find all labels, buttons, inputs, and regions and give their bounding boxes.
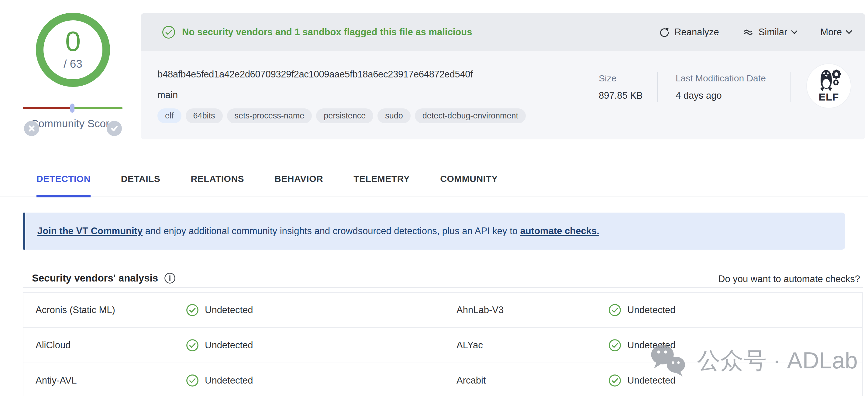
report-tabs: DETECTION DETAILS RELATIONS BEHAVIOR TEL… bbox=[0, 174, 868, 196]
vendors-analysis-header: Security vendors' analysis bbox=[32, 272, 176, 284]
similar-button[interactable]: Similar bbox=[743, 27, 797, 38]
card-header: No security vendors and 1 sandbox flagge… bbox=[141, 13, 865, 51]
tab-relations[interactable]: RELATIONS bbox=[191, 174, 244, 197]
undetected-check-icon bbox=[186, 304, 199, 317]
tag-sets-process-name[interactable]: sets-process-name bbox=[227, 108, 312, 123]
linux-penguin-gear-icon bbox=[815, 69, 843, 92]
file-name[interactable]: main bbox=[157, 90, 178, 101]
community-score-slider bbox=[23, 107, 122, 109]
join-vt-community-link[interactable]: Join the VT Community bbox=[37, 226, 143, 236]
reanalyze-icon bbox=[659, 27, 670, 37]
similar-icon bbox=[743, 27, 754, 38]
section-title-text: Security vendors' analysis bbox=[32, 272, 158, 284]
tag-64bits[interactable]: 64bits bbox=[186, 108, 223, 123]
undetected-check-icon bbox=[186, 374, 199, 387]
vendor-name: AliCloud bbox=[36, 340, 186, 351]
vendor-result: Undetected bbox=[609, 374, 862, 387]
vendor-name: Antiy-AVL bbox=[36, 375, 186, 386]
more-button[interactable]: More bbox=[820, 27, 851, 38]
filetype-badge: ELF bbox=[806, 63, 851, 108]
chevron-down-icon bbox=[791, 28, 798, 34]
tab-telemetry[interactable]: TELEMETRY bbox=[353, 174, 410, 197]
vendor-name: Acronis (Static ML) bbox=[36, 305, 186, 316]
tab-behavior[interactable]: BEHAVIOR bbox=[274, 174, 323, 197]
slider-handle[interactable] bbox=[70, 104, 74, 113]
detections-count: 0 bbox=[65, 27, 81, 55]
vendor-result: Undetected bbox=[609, 339, 862, 352]
vendor-name: AhnLab-V3 bbox=[457, 305, 609, 316]
vendor-result: Undetected bbox=[186, 304, 457, 317]
table-row: AliCloud Undetected ALYac Undetected bbox=[23, 328, 862, 363]
table-row: Acronis (Static ML) Undetected AhnLab-V3… bbox=[23, 293, 862, 328]
reanalyze-button[interactable]: Reanalyze bbox=[659, 27, 719, 38]
tab-details[interactable]: DETAILS bbox=[121, 174, 160, 197]
divider bbox=[790, 72, 790, 102]
file-summary-card: No security vendors and 1 sandbox flagge… bbox=[141, 13, 865, 139]
tab-community[interactable]: COMMUNITY bbox=[440, 174, 498, 197]
tag-persistence[interactable]: persistence bbox=[316, 108, 373, 123]
file-hash[interactable]: b48afb4e5fed1a42e2d60709329f2ac1009aae5f… bbox=[157, 69, 473, 80]
undetected-check-icon bbox=[186, 339, 199, 352]
automate-checks-question: Do you want to automate checks? bbox=[718, 274, 860, 285]
slider-positive-track bbox=[72, 107, 122, 109]
file-info-section: b48afb4e5fed1a42e2d60709329f2ac1009aae5f… bbox=[141, 51, 865, 139]
header-actions: Reanalyze Similar More bbox=[659, 27, 851, 38]
x-icon bbox=[28, 125, 35, 132]
tab-detection[interactable]: DETECTION bbox=[36, 174, 91, 197]
join-community-banner: Join the VT Community and enjoy addition… bbox=[23, 212, 845, 250]
file-size: Size 897.85 KB bbox=[599, 73, 643, 101]
filetype-label: ELF bbox=[818, 91, 839, 103]
file-tags: elf 64bits sets-process-name persistence… bbox=[157, 108, 526, 123]
detection-score-ring: 0 / 63 bbox=[36, 13, 110, 87]
last-modification-date: Last Modification Date 4 days ago bbox=[676, 73, 766, 101]
vendor-result: Undetected bbox=[186, 339, 457, 352]
divider bbox=[23, 287, 863, 288]
verdict-message: No security vendors and 1 sandbox flagge… bbox=[182, 27, 472, 38]
banner-text: and enjoy additional community insights … bbox=[143, 226, 520, 236]
vendor-result: Undetected bbox=[186, 374, 457, 387]
security-vendors-table: Acronis (Static ML) Undetected AhnLab-V3… bbox=[23, 292, 863, 396]
engines-total: / 63 bbox=[64, 58, 82, 70]
vendor-result: Undetected bbox=[609, 304, 862, 317]
automate-checks-link[interactable]: automate checks. bbox=[520, 226, 599, 236]
check-circle-icon bbox=[162, 26, 175, 39]
verdict-status: No security vendors and 1 sandbox flagge… bbox=[162, 26, 472, 39]
slider-negative-track bbox=[23, 107, 72, 109]
undetected-check-icon bbox=[609, 304, 621, 317]
vendor-name: ALYac bbox=[457, 340, 609, 351]
undetected-check-icon bbox=[609, 339, 621, 352]
vote-harmless-button[interactable] bbox=[107, 121, 122, 136]
divider bbox=[657, 72, 658, 102]
tag-sudo[interactable]: sudo bbox=[377, 108, 411, 123]
check-icon bbox=[110, 125, 118, 132]
vendor-name: Arcabit bbox=[457, 375, 609, 386]
chevron-down-icon bbox=[846, 28, 852, 34]
community-score-label: Community Score bbox=[0, 117, 146, 130]
info-icon[interactable] bbox=[164, 272, 176, 284]
tag-detect-debug-environment[interactable]: detect-debug-environment bbox=[415, 108, 526, 123]
tag-elf[interactable]: elf bbox=[157, 108, 181, 123]
vote-malicious-button[interactable] bbox=[24, 121, 39, 136]
table-row: Antiy-AVL Undetected Arcabit Undetected bbox=[23, 363, 862, 396]
undetected-check-icon bbox=[609, 374, 621, 387]
